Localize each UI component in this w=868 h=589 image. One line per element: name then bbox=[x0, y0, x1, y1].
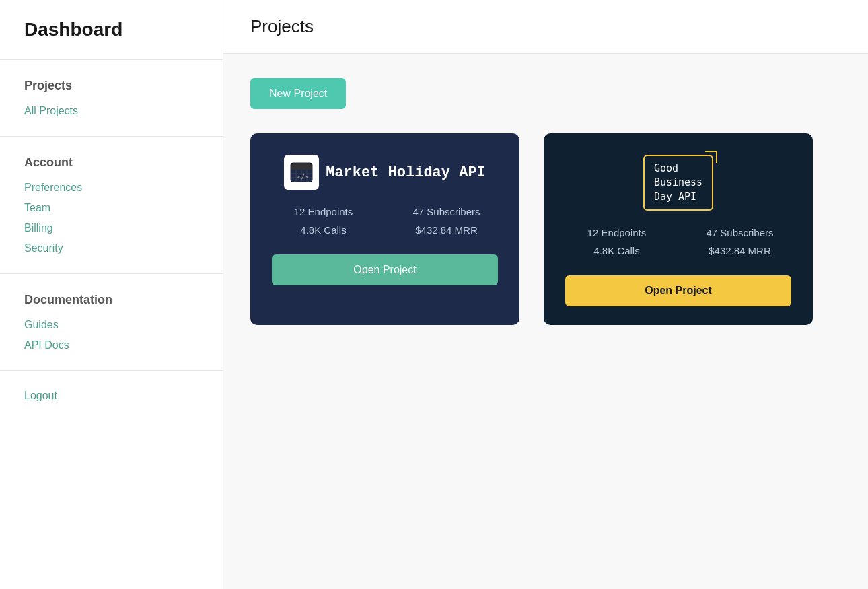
main-header: Projects bbox=[223, 0, 868, 54]
sidebar-link-preferences[interactable]: Preferences bbox=[24, 178, 198, 198]
project-card-market-holiday: </> Market Holiday API 12 Endpoints 47 S… bbox=[250, 133, 519, 325]
good-business-day-logo: GoodBusinessDay API bbox=[643, 155, 713, 211]
stat-endpoints-gbd: 12 Endpoints bbox=[565, 227, 668, 238]
market-holiday-logo: </> Market Holiday API bbox=[284, 155, 486, 190]
svg-rect-2 bbox=[291, 168, 312, 170]
sidebar-section-projects: Projects All Projects bbox=[0, 60, 223, 121]
stat-subscribers: 47 Subscribers bbox=[395, 206, 498, 217]
stat-endpoints: 12 Endpoints bbox=[272, 206, 375, 217]
stat-calls: 4.8K Calls bbox=[272, 224, 375, 236]
sidebar: Dashboard Projects All Projects Account … bbox=[0, 0, 223, 589]
sidebar-title: Dashboard bbox=[0, 0, 223, 60]
gbd-logo-corner-decoration bbox=[705, 151, 717, 163]
stat-subscribers-gbd: 47 Subscribers bbox=[688, 227, 791, 238]
new-project-button[interactable]: New Project bbox=[250, 78, 346, 109]
sidebar-link-team[interactable]: Team bbox=[24, 198, 198, 218]
sidebar-section-logout: Logout bbox=[0, 371, 223, 406]
sidebar-section-account-label: Account bbox=[24, 155, 198, 170]
stat-mrr-gbd: $432.84 MRR bbox=[688, 245, 791, 256]
main-content: Projects New Project bbox=[223, 0, 868, 589]
sidebar-section-account: Account Preferences Team Billing Securit… bbox=[0, 137, 223, 258]
stat-calls-gbd: 4.8K Calls bbox=[565, 245, 668, 256]
svg-text:</>: </> bbox=[297, 174, 309, 180]
open-project-button-gbd[interactable]: Open Project bbox=[565, 275, 791, 306]
sidebar-link-security[interactable]: Security bbox=[24, 238, 198, 258]
page-title: Projects bbox=[250, 16, 841, 37]
project-stats-market-holiday: 12 Endpoints 47 Subscribers 4.8K Calls $… bbox=[272, 206, 498, 236]
sidebar-section-documentation-label: Documentation bbox=[24, 293, 198, 307]
main-body: New Project bbox=[223, 54, 868, 349]
sidebar-link-billing[interactable]: Billing bbox=[24, 218, 198, 238]
project-card-good-business-day: GoodBusinessDay API 12 Endpoints 47 Subs… bbox=[544, 133, 813, 325]
sidebar-link-api-docs[interactable]: API Docs bbox=[24, 335, 198, 355]
gbd-logo-text: GoodBusinessDay API bbox=[654, 162, 702, 204]
project-stats-gbd: 12 Endpoints 47 Subscribers 4.8K Calls $… bbox=[565, 227, 791, 256]
sidebar-link-guides[interactable]: Guides bbox=[24, 315, 198, 335]
gbd-logo-box: GoodBusinessDay API bbox=[643, 155, 713, 211]
sidebar-section-documentation: Documentation Guides API Docs bbox=[0, 274, 223, 355]
projects-grid: </> Market Holiday API 12 Endpoints 47 S… bbox=[250, 133, 841, 325]
sidebar-section-projects-label: Projects bbox=[24, 79, 198, 93]
sidebar-link-all-projects[interactable]: All Projects bbox=[24, 101, 198, 121]
stat-mrr: $432.84 MRR bbox=[395, 224, 498, 236]
project-title-market-holiday: Market Holiday API bbox=[326, 164, 486, 181]
sidebar-link-logout[interactable]: Logout bbox=[24, 386, 198, 406]
open-project-button-market-holiday[interactable]: Open Project bbox=[272, 254, 498, 285]
calendar-icon: </> bbox=[284, 155, 319, 190]
